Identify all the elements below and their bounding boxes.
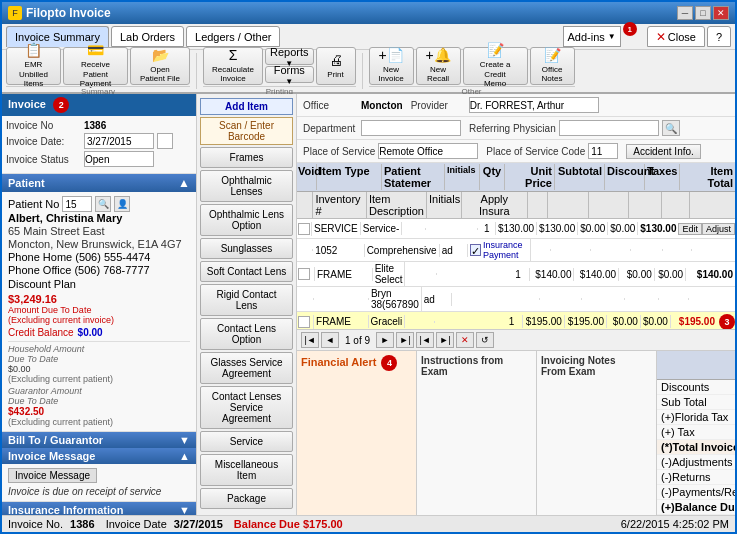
office-notes-button[interactable]: 📝 OfficeNotes — [530, 47, 575, 85]
row1-adjust-button[interactable]: Adjust — [702, 223, 735, 235]
referring-search-button[interactable]: 🔍 — [662, 120, 680, 136]
instructions-label: Instructions from Exam — [421, 355, 532, 377]
patient-section-header[interactable]: Patient ▲ — [2, 174, 196, 192]
list-item: (+)Balance Due $275.00 -$100.00 $175.00 — [657, 500, 735, 515]
nav-skip-button[interactable]: |◄ — [416, 332, 434, 348]
scan-barcode-button[interactable]: Scan / Enter Barcode — [200, 117, 293, 145]
invoice-date-select[interactable] — [157, 133, 173, 149]
nav-delete-button[interactable]: ✕ — [456, 332, 474, 348]
contact-lens-option-button[interactable]: Contact Lens Option — [200, 318, 293, 350]
print-button[interactable]: 🖨 Print — [316, 47, 356, 85]
rigid-contact-lens-button[interactable]: Rigid Contact Lens — [200, 284, 293, 316]
grid-nav: |◄ ◄ 1 of 9 ► ►| |◄ ►| ✕ ↺ — [297, 329, 735, 350]
referring-physician-input[interactable] — [559, 120, 659, 136]
department-select[interactable] — [361, 120, 461, 136]
nav-refresh-button[interactable]: ↺ — [476, 332, 494, 348]
invoice-date-input[interactable] — [84, 133, 154, 149]
nav-end-button[interactable]: ►| — [436, 332, 454, 348]
row5-type: FRAME — [314, 315, 369, 328]
row2-desc: Comprehensive — [365, 244, 440, 257]
row3-void-check[interactable] — [298, 268, 310, 280]
row3-taxes: $0.00 — [655, 268, 686, 281]
print-icon: 🖨 — [329, 52, 343, 69]
addins-dropdown[interactable]: Add-ins ▼ — [563, 26, 621, 47]
nav-first-button[interactable]: |◄ — [301, 332, 319, 348]
row3-qty: 1 — [507, 268, 530, 281]
row1-void-check[interactable] — [298, 223, 310, 235]
nav-next-button[interactable]: ► — [376, 332, 394, 348]
accident-info-button[interactable]: Accident Info. — [626, 144, 701, 159]
ophthalmic-lenses-button[interactable]: Ophthalmic Lenses — [200, 170, 293, 202]
open-patient-button[interactable]: 📂 OpenPatient File — [130, 47, 190, 85]
invoice-message-text: Invoice is due on receipt of service — [8, 486, 190, 497]
recalculate-button[interactable]: Σ RecalculateInvoice — [203, 47, 263, 85]
bill-to-section: Bill To / Guarantor ▼ — [2, 432, 196, 448]
row3-type: FRAME — [315, 268, 373, 281]
minimize-button[interactable]: ─ — [677, 6, 693, 20]
department-field: Department — [303, 120, 461, 136]
frames-button[interactable]: Frames — [200, 147, 293, 168]
patient-address2: Moncton, New Brunswick, E1A 4G7 — [8, 238, 190, 250]
row1-initials — [402, 228, 426, 230]
forms-button[interactable]: Forms ▼ — [265, 66, 314, 83]
tab-ledgers[interactable]: Ledgers / Other — [186, 26, 280, 47]
new-recall-icon: +🔔 — [425, 47, 450, 64]
row5-void-check[interactable] — [298, 316, 310, 328]
close-button[interactable]: ✕ Close — [647, 26, 705, 47]
patient-profile-button[interactable]: 👤 — [114, 196, 130, 212]
credit-memo-button[interactable]: 📝 Create a CreditMemo — [463, 47, 528, 85]
insurance-toggle-icon: ▼ — [179, 504, 190, 515]
row2-apply-check[interactable]: ✓ — [470, 244, 481, 256]
sub-header: Inventory # Item Description Initials Ap… — [297, 192, 735, 219]
pos-code-input[interactable] — [588, 143, 618, 159]
bill-to-header[interactable]: Bill To / Guarantor ▼ — [2, 432, 196, 448]
center-panel: Add Item Scan / Enter Barcode Frames Oph… — [197, 94, 297, 515]
row1-edit-button[interactable]: Edit — [678, 223, 702, 235]
add-item-button[interactable]: Add Item — [200, 98, 293, 115]
status-datetime: 6/22/2015 4:25:02 PM — [621, 518, 729, 530]
list-item: Sub Total $325.00 $0.00 $325.00 — [657, 395, 735, 410]
glasses-service-button[interactable]: Glasses Service Agreement — [200, 352, 293, 384]
new-invoice-button[interactable]: +📄 NewInvoice — [369, 47, 414, 85]
nav-prev-button[interactable]: ◄ — [321, 332, 339, 348]
contact-lenses-service-button[interactable]: Contact Lenses Service Agreement — [200, 386, 293, 429]
insurance-header[interactable]: Insurance Information ▼ — [2, 502, 196, 515]
tab-lab-orders[interactable]: Lab Orders — [111, 26, 184, 47]
row2-qty — [531, 249, 551, 251]
title-bar: F Filopto Invoice ─ □ ✕ — [2, 2, 735, 24]
table-row: Bryn 38(567890 ad — [297, 287, 735, 312]
row2-total — [692, 249, 735, 251]
separator-1 — [196, 53, 197, 89]
provider-select[interactable]: Dr. FORREST, Arthur — [469, 97, 599, 113]
reports-button[interactable]: Reports ▼ — [265, 48, 314, 65]
emr-unbilled-button[interactable]: 📋 EMR UnbilledItems — [6, 47, 61, 85]
page-info: 1 of 9 — [345, 335, 370, 346]
nav-last-button[interactable]: ►| — [396, 332, 414, 348]
row2-unit — [551, 249, 591, 251]
ophthalmic-lens-option-button[interactable]: Ophthalmic Lens Option — [200, 204, 293, 236]
amount-due-label: Amount Due To Date — [8, 305, 190, 315]
maximize-button[interactable]: □ — [695, 6, 711, 20]
patient-info: Patient No 🔍 👤 Albert, Christina Mary 65… — [2, 192, 196, 432]
new-recall-button[interactable]: +🔔 NewRecall — [416, 47, 461, 85]
help-button[interactable]: ? — [707, 26, 731, 47]
window-close-button[interactable]: ✕ — [713, 6, 729, 20]
package-button[interactable]: Package — [200, 488, 293, 509]
receive-payment-button[interactable]: 💳 Receive PatientPayment — [63, 47, 128, 85]
col-patient-statement: Patient Statemer — [382, 164, 445, 190]
sunglasses-button[interactable]: Sunglasses — [200, 238, 293, 259]
guarantor-excl: (Excluding current patient) — [8, 417, 190, 427]
phone-home-row: Phone Home (506) 555-4474 — [8, 251, 190, 263]
invoice-message-header[interactable]: Invoice Message ▲ — [2, 448, 196, 464]
patient-no-input[interactable] — [62, 196, 92, 212]
col-item-type: Item Type — [317, 164, 382, 190]
service-button[interactable]: Service — [200, 431, 293, 452]
miscellaneous-button[interactable]: Miscellaneous Item — [200, 454, 293, 486]
invoice-status-select[interactable]: Open Closed Void — [84, 151, 154, 167]
row2-initials: ad — [440, 244, 468, 257]
patient-search-button[interactable]: 🔍 — [95, 196, 111, 212]
place-of-service-select[interactable]: Remote Office — [378, 143, 478, 159]
row3-total: $140.00 — [686, 268, 735, 281]
soft-contact-lens-button[interactable]: Soft Contact Lens — [200, 261, 293, 282]
invoice-message-button[interactable]: Invoice Message — [8, 468, 97, 483]
